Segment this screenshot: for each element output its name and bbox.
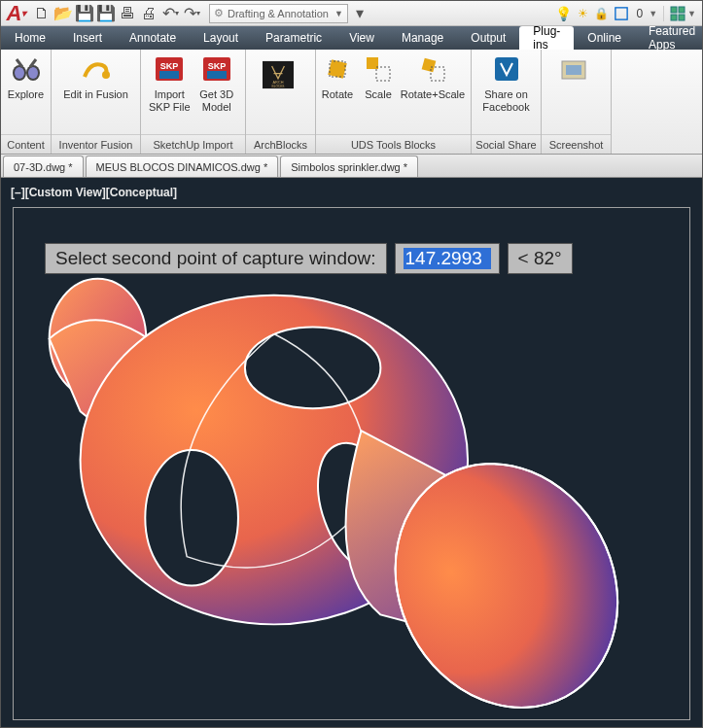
button-label: Explore: [8, 88, 44, 101]
panel-title: SketchUp Import: [141, 134, 245, 154]
panel-title: ArchBlocks: [246, 134, 315, 154]
panel-title: UDS Tools Blocks: [316, 134, 471, 154]
app-logo[interactable]: A▾: [1, 0, 28, 27]
svg-rect-12: [159, 71, 179, 79]
drawing-canvas[interactable]: Select second point of capture window: <…: [13, 207, 690, 720]
viewport-label[interactable]: [–][Custom View][Conceptual]: [7, 184, 696, 201]
redo-icon[interactable]: ↷▾: [184, 6, 199, 21]
binoculars-icon: [11, 53, 42, 85]
facebook-share-button[interactable]: Share on Facebook: [477, 53, 535, 114]
svg-rect-0: [615, 7, 627, 18]
tab-featured-apps[interactable]: Featured Apps: [635, 26, 703, 50]
rotate-scale-icon: [417, 53, 448, 85]
svg-text:SKP: SKP: [207, 61, 226, 71]
quick-access-toolbar: 🗋 📂 💾 💾 🖶 🖨 ↶▾ ↷▾: [28, 6, 205, 21]
autodesk-share-icon: [491, 53, 522, 85]
chevron-down-icon: ▼: [334, 9, 343, 18]
svg-point-7: [15, 67, 24, 79]
button-label: Import SKP File: [147, 88, 193, 114]
rotate-scale-button[interactable]: Rotate+Scale: [400, 53, 466, 101]
explore-button[interactable]: Explore: [7, 53, 45, 101]
tab-manage[interactable]: Manage: [388, 26, 457, 50]
angle-display: < 82°: [508, 243, 573, 274]
scale-button[interactable]: Scale: [361, 53, 396, 101]
doctab-simbolos[interactable]: Simbolos sprinkler.dwg *: [280, 156, 418, 177]
archblocks-icon: ARCHBLOCKS: [254, 53, 302, 96]
tab-layout[interactable]: Layout: [190, 26, 252, 50]
import-skp-button[interactable]: SKP Import SKP File: [147, 53, 193, 114]
button-label: Share on Facebook: [477, 88, 535, 114]
tab-insert[interactable]: Insert: [59, 26, 116, 50]
svg-text:SKP: SKP: [160, 61, 179, 71]
svg-rect-19: [328, 59, 347, 79]
doctab-07-3d[interactable]: 07-3D.dwg *: [3, 156, 84, 177]
tab-output[interactable]: Output: [457, 26, 519, 50]
saveas-icon[interactable]: 💾: [98, 6, 114, 21]
grid-icon[interactable]: [670, 6, 685, 21]
workspace-label: Drafting & Annotation: [228, 8, 329, 19]
open-icon[interactable]: 📂: [55, 6, 71, 21]
doctab-meus-blocos[interactable]: MEUS BLOCOS DINAMICOS.dwg *: [86, 156, 279, 177]
plotpreview-icon[interactable]: 🖨: [141, 6, 157, 21]
tab-online[interactable]: Online: [574, 26, 635, 50]
gear-icon: ⚙: [214, 7, 224, 19]
skp-model-icon: SKP: [201, 53, 232, 85]
svg-rect-27: [566, 65, 581, 75]
svg-point-9: [102, 71, 110, 79]
prompt-text: Select second point of capture window:: [45, 243, 387, 274]
edit-fusion-button[interactable]: Edit in Fusion: [57, 53, 134, 101]
document-tabs: 07-3D.dwg * MEUS BLOCOS DINAMICOS.dwg * …: [1, 155, 702, 178]
svg-text:BLOCKS: BLOCKS: [272, 85, 285, 88]
rotate-icon: [322, 53, 353, 85]
viewport-area: [–][Custom View][Conceptual]: [1, 178, 702, 727]
coordinate-input[interactable]: [404, 248, 491, 269]
svg-point-30: [245, 328, 380, 409]
plot-icon[interactable]: 🖶: [120, 6, 135, 21]
panel-title: Inventor Fusion: [52, 134, 140, 154]
panel-title: Screenshot: [542, 134, 611, 154]
skp-import-icon: SKP: [154, 53, 185, 85]
qat-dropdown-icon[interactable]: ▾: [352, 6, 368, 21]
layer-cube-icon[interactable]: [615, 7, 628, 20]
svg-rect-3: [671, 15, 677, 20]
screenshot-button[interactable]: [547, 53, 600, 85]
svg-rect-25: [495, 57, 518, 81]
button-label: Rotate+Scale: [401, 88, 465, 101]
svg-point-31: [145, 450, 238, 585]
tab-plugins[interactable]: Plug-ins: [519, 26, 574, 50]
tab-annotate[interactable]: Annotate: [116, 26, 190, 50]
get-3d-model-button[interactable]: SKP Get 3D Model: [194, 53, 240, 114]
scale-icon: [363, 53, 394, 85]
ribbon-tabs: Home Insert Annotate Layout Parametric V…: [1, 26, 702, 50]
button-label: Edit in Fusion: [63, 88, 128, 101]
save-icon[interactable]: 💾: [77, 6, 92, 21]
panel-title: Social Share: [472, 134, 541, 154]
layer-name: 0: [636, 7, 643, 20]
panel-title: Content: [1, 134, 51, 154]
tab-view[interactable]: View: [335, 26, 388, 50]
svg-point-8: [28, 67, 38, 79]
lock-icon[interactable]: 🔒: [594, 7, 609, 20]
rotate-button[interactable]: Rotate: [318, 53, 357, 101]
screenshot-icon: [558, 53, 589, 85]
workspace-dropdown[interactable]: ⚙ Drafting & Annotation ▼: [209, 4, 348, 23]
layer-chevron-icon[interactable]: ▼: [649, 9, 657, 18]
title-bar: A▾ 🗋 📂 💾 💾 🖶 🖨 ↶▾ ↷▾ ⚙ Drafting & Annota…: [1, 1, 702, 26]
dynamic-input-prompt: Select second point of capture window: <…: [45, 243, 573, 274]
undo-icon[interactable]: ↶▾: [162, 6, 178, 21]
new-icon[interactable]: 🗋: [34, 6, 50, 21]
button-label: Get 3D Model: [194, 88, 240, 114]
3d-model-render: [14, 208, 689, 719]
archblocks-button[interactable]: ARCHBLOCKS: [252, 53, 304, 96]
sun-icon[interactable]: ☀: [578, 7, 588, 20]
tab-parametric[interactable]: Parametric: [252, 26, 335, 50]
svg-rect-1: [671, 7, 677, 13]
fusion-icon: [81, 53, 112, 85]
tab-home[interactable]: Home: [1, 26, 59, 50]
svg-rect-22: [376, 67, 390, 81]
svg-rect-2: [679, 7, 685, 13]
coordinate-input-box: [395, 243, 500, 274]
lightbulb-icon[interactable]: 💡: [555, 6, 572, 21]
chevron-down-icon[interactable]: ▼: [687, 9, 696, 18]
svg-rect-23: [422, 58, 437, 73]
